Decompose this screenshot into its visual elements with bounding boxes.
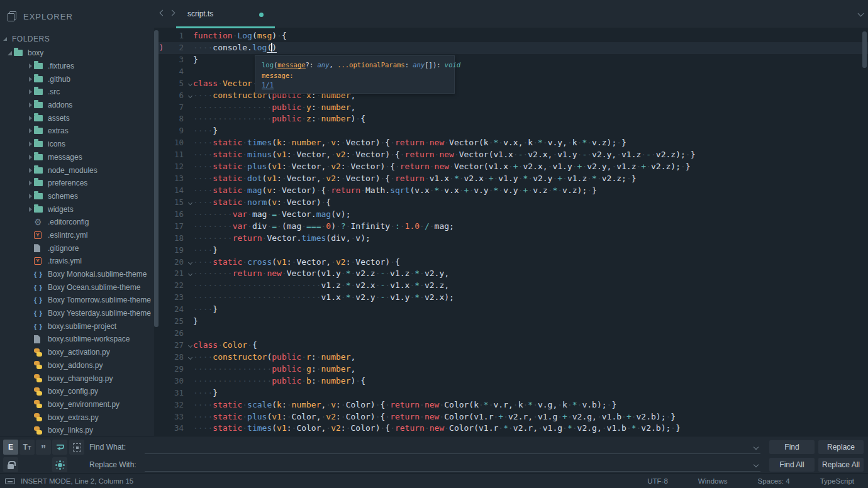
highlight-matches-toggle-button[interactable] [52, 457, 67, 472]
signature-pager-link[interactable]: 1/1 [262, 81, 274, 89]
line-number[interactable]: 6 [160, 90, 193, 102]
code-line-10[interactable]: 10····static·times(k:·number,·v:·Vector)… [154, 137, 868, 149]
sidebar-folder-boxy[interactable]: boxy [0, 47, 154, 60]
sidebar-file-Boxy Ocean.sublime-theme[interactable]: { }Boxy Ocean.sublime-theme [0, 280, 154, 294]
fold-chevron-icon[interactable] [188, 82, 192, 86]
code-line-15[interactable]: 15····static·norm(v:·Vector)·{ [154, 197, 868, 209]
fold-chevron-icon[interactable] [188, 201, 192, 205]
code-line-19[interactable]: 19····} [154, 245, 868, 257]
sidebar-folder-schemes[interactable]: schemes [0, 190, 154, 203]
find-input[interactable] [145, 440, 760, 454]
line-number[interactable]: 18 [160, 233, 193, 245]
folder-expanded-icon[interactable] [8, 51, 12, 55]
folder-collapsed-icon[interactable] [29, 89, 32, 94]
sidebar-file-.eslintrc.yml[interactable]: Y.eslintrc.yml [0, 229, 154, 242]
tab-script-ts[interactable]: script.ts [176, 0, 275, 28]
sidebar-scrollbar[interactable] [154, 30, 159, 327]
line-number[interactable]: 12 [160, 161, 193, 173]
sidebar-file-.travis.yml[interactable]: Y.travis.yml [0, 255, 154, 268]
line-number[interactable]: 8 [160, 113, 193, 125]
sidebar-file-Boxy Monokai.sublime-theme[interactable]: { }Boxy Monokai.sublime-theme [0, 268, 154, 281]
folder-collapsed-icon[interactable] [29, 155, 32, 160]
folder-collapsed-icon[interactable] [29, 103, 32, 108]
section-expand-icon[interactable] [3, 37, 7, 41]
code-line-11[interactable]: 11····static·minus(v1:·Vector,·v2:·Vecto… [154, 149, 868, 161]
line-number[interactable]: 14 [160, 185, 193, 197]
line-number[interactable]: 29 [160, 363, 193, 375]
code-line-34[interactable]: 34····static·times(v1:·Color,·v2:·Color)… [154, 423, 868, 435]
wrap-toggle-button[interactable] [52, 440, 67, 455]
editor-vertical-scrollbar[interactable] [862, 31, 867, 68]
status-encoding[interactable]: UTF-8 [647, 477, 668, 485]
line-number[interactable]: 2() [160, 42, 193, 54]
code-line-29[interactable]: 29················public·g:·number, [154, 363, 868, 375]
code-line-23[interactable]: 23··························v1.x·*·v2.y·… [154, 292, 868, 304]
line-number[interactable]: 34 [160, 423, 193, 435]
replace-history-dropdown-icon[interactable] [754, 462, 759, 467]
code-line-7[interactable]: 7················public·y:·number, [154, 102, 868, 114]
code-line-24[interactable]: 24····} [154, 304, 868, 316]
sidebar-folder-node_modules[interactable]: node_modules [0, 164, 154, 177]
folder-collapsed-icon[interactable] [29, 77, 32, 82]
line-number[interactable]: 31 [160, 387, 193, 399]
folders-section-header[interactable]: FOLDERS [0, 33, 154, 45]
line-number[interactable]: 13 [160, 173, 193, 185]
sidebar-file-boxy_environment.py[interactable]: boxy_environment.py [0, 398, 154, 411]
status-indentation[interactable]: Spaces: 4 [758, 477, 790, 485]
sidebar-file-boxy_addons.py[interactable]: boxy_addons.py [0, 359, 154, 372]
sidebar-file-Boxy Tomorrow.sublime-theme[interactable]: { }Boxy Tomorrow.sublime-theme [0, 294, 154, 307]
folder-collapsed-icon[interactable] [29, 168, 32, 173]
line-number[interactable]: 24 [160, 304, 193, 316]
sidebar-folder-.github[interactable]: .github [0, 72, 154, 86]
sidebar-file-boxy.sublime-workspace[interactable]: boxy.sublime-workspace [0, 333, 154, 346]
line-number[interactable]: 11 [160, 149, 193, 161]
sidebar-folder-addons[interactable]: addons [0, 99, 154, 112]
in-selection-toggle-button[interactable] [69, 440, 84, 455]
line-number[interactable]: 22 [160, 280, 193, 292]
line-number[interactable]: 17 [160, 221, 193, 233]
line-number[interactable]: 4 [160, 66, 193, 78]
code-line-13[interactable]: 13····static·dot(v1:·Vector,·v2:·Vector)… [154, 173, 868, 185]
sidebar-folder-preferences[interactable]: preferences [0, 177, 154, 190]
fold-chevron-icon[interactable] [188, 343, 192, 348]
sidebar-file-boxy_extras.py[interactable]: boxy_extras.py [0, 411, 154, 424]
nav-forward-icon[interactable] [169, 10, 175, 16]
case-sensitive-toggle-button[interactable]: TT [19, 440, 35, 455]
status-syntax[interactable]: TypeScript [820, 477, 854, 485]
sidebar-folder-.src[interactable]: .src [0, 86, 154, 99]
line-number[interactable]: 15 [160, 197, 193, 209]
fold-chevron-icon[interactable] [188, 272, 192, 276]
sidebar-folder-extras[interactable]: extras [0, 125, 154, 138]
sidebar-file-.gitignore[interactable]: .gitignore [0, 241, 154, 255]
replace-button[interactable]: Replace [818, 440, 864, 454]
fold-chevron-icon[interactable] [188, 355, 192, 360]
folder-collapsed-icon[interactable] [29, 64, 32, 69]
fold-chevron-icon[interactable] [188, 260, 192, 264]
code-line-32[interactable]: 32····static·scale(k:·number,·v:·Color)·… [154, 399, 868, 411]
code-line-9[interactable]: 9····} [154, 125, 868, 137]
code-line-33[interactable]: 33····static·plus(v1:·Color,·v2:·Color)·… [154, 411, 868, 423]
sidebar-file-.editorconfig[interactable]: ⚙.editorconfig [0, 216, 154, 229]
line-number[interactable]: 30 [160, 375, 193, 387]
regex-toggle-button[interactable]: E [3, 440, 18, 455]
sidebar-file-Boxy Yesterday.sublime-theme[interactable]: { }Boxy Yesterday.sublime-theme [0, 307, 154, 320]
line-number[interactable]: 28 [160, 352, 193, 363]
folder-collapsed-icon[interactable] [29, 207, 32, 212]
code-line-21[interactable]: 21········return·new·Vector(v1.y·*·v2.z·… [154, 268, 868, 280]
nav-back-icon[interactable] [160, 10, 166, 16]
sidebar-file-boxy_activation.py[interactable]: boxy_activation.py [0, 346, 154, 359]
replace-input[interactable] [145, 458, 760, 472]
line-number[interactable]: 33 [160, 411, 193, 423]
line-number[interactable]: 20 [160, 257, 193, 269]
code-line-20[interactable]: 20····static·cross(v1:·Vector,·v2:·Vecto… [154, 257, 868, 269]
sidebar-file-boxy_links.py[interactable]: boxy_links.py [0, 424, 154, 436]
folder-collapsed-icon[interactable] [29, 180, 32, 186]
code-line-27[interactable]: 27class·Color·{ [154, 340, 868, 352]
line-number[interactable]: 21 [160, 268, 193, 280]
find-button[interactable]: Find [769, 440, 815, 454]
code-line-22[interactable]: 22··························v1.z·*·v2.x·… [154, 280, 868, 292]
folder-collapsed-icon[interactable] [29, 194, 32, 199]
code-line-28[interactable]: 28····constructor(public·r:·number, [154, 352, 868, 363]
line-number[interactable]: 26 [160, 328, 193, 340]
line-number[interactable]: 5 [160, 78, 193, 90]
